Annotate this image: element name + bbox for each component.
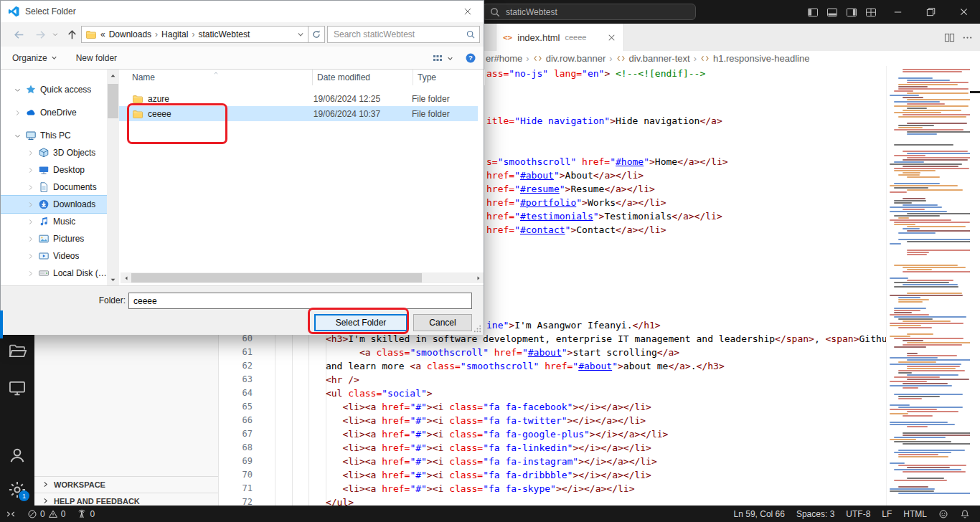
close-tab-icon[interactable]: [606, 32, 617, 43]
line-number: 62: [219, 359, 253, 373]
tree-scrollbar[interactable]: [107, 70, 119, 285]
scroll-left-icon[interactable]: [121, 272, 131, 283]
minimap-line: [898, 125, 934, 126]
address-crumb[interactable]: Downloads: [109, 29, 151, 39]
minimap-line: [903, 110, 961, 111]
remote-icon: [6, 509, 16, 519]
remote-explorer-icon[interactable]: [8, 379, 27, 397]
triangle-down-icon: [110, 277, 116, 283]
address-bar[interactable]: «Downloads›Hagital›staticWebtest: [81, 26, 308, 43]
resize-grip-icon[interactable]: [473, 324, 482, 333]
view-grid-icon: [432, 52, 443, 64]
select-folder-button[interactable]: Select Folder: [314, 314, 407, 331]
help-icon[interactable]: ?: [465, 52, 476, 64]
organize-button[interactable]: Organize: [12, 53, 57, 63]
breadcrumb-item[interactable]: er#home: [486, 53, 522, 64]
code-line-fragment: href="#contact">Contact</a></li>: [486, 223, 666, 237]
status-language-mode[interactable]: HTML: [903, 509, 927, 519]
nav-item-downloads[interactable]: Downloads: [1, 196, 107, 213]
nav-item-label: Downloads: [53, 199, 95, 209]
scrollbar-thumb[interactable]: [131, 273, 422, 283]
dialog-titlebar: Select Folder: [1, 1, 484, 22]
nav-item-this-pc[interactable]: This PC: [1, 127, 107, 144]
breadcrumb-item[interactable]: h1.responsive-headline: [713, 53, 809, 64]
minimap-line: [907, 333, 933, 335]
ports-indicator[interactable]: 0: [71, 506, 100, 522]
minimize-button[interactable]: [881, 0, 914, 24]
recent-locations-button[interactable]: [50, 25, 61, 44]
address-crumb[interactable]: staticWebtest: [198, 29, 250, 39]
nav-item-3d-objects[interactable]: 3D Objects: [1, 144, 107, 161]
nav-item-desktop[interactable]: Desktop: [1, 161, 107, 179]
split-editor-icon[interactable]: [944, 32, 955, 43]
change-view-button[interactable]: [432, 52, 453, 64]
status-indentation[interactable]: Spaces: 3: [796, 509, 834, 519]
tab-index-html[interactable]: <> index.html ceeee: [496, 24, 624, 51]
minimap-line: [903, 432, 970, 434]
address-crumb[interactable]: Hagital: [161, 29, 188, 39]
status-bar: 0 0 0 Ln 59, Col 66Spaces: 3UTF-8LFHTML: [0, 506, 980, 522]
horizontal-scrollbar[interactable]: [121, 272, 484, 283]
problems-indicator[interactable]: 0 0: [22, 506, 71, 522]
new-folder-button[interactable]: New folder: [76, 53, 117, 63]
command-center-search[interactable]: staticWebtest: [482, 4, 696, 20]
breadcrumb-item[interactable]: div.row.banner: [546, 53, 606, 64]
file-type: File folder: [407, 109, 478, 119]
toggle-secondary-sidebar-icon[interactable]: [846, 6, 857, 18]
column-header-type[interactable]: Type: [413, 70, 485, 85]
nav-item-pictures[interactable]: Pictures: [1, 230, 107, 247]
collapsed-crumbs-chevrons[interactable]: «: [100, 29, 105, 39]
explorer-folder-icon[interactable]: [8, 341, 27, 360]
toggle-sidebar-icon[interactable]: [807, 6, 819, 18]
minimap-line: [907, 213, 970, 214]
refresh-button[interactable]: [308, 26, 325, 43]
folder-name-input[interactable]: [128, 293, 472, 309]
back-button[interactable]: [9, 25, 28, 44]
bell-icon[interactable]: [960, 509, 970, 519]
dialog-close-button[interactable]: [451, 1, 484, 22]
triangle-right-icon: [476, 275, 481, 281]
nav-item-videos[interactable]: Videos: [1, 247, 107, 265]
chevron-down-icon[interactable]: [297, 31, 304, 38]
column-header-date-modified[interactable]: Date modified: [313, 70, 413, 85]
nav-item-documents[interactable]: Documents: [1, 179, 107, 196]
minimap-line: [894, 170, 936, 171]
forward-button[interactable]: [31, 25, 50, 44]
file-row-ceeee[interactable]: ceeee19/06/2024 10:37File folder: [119, 106, 478, 121]
more-actions-icon[interactable]: [962, 32, 973, 43]
close-window-button[interactable]: [947, 0, 980, 24]
status-encoding[interactable]: UTF-8: [846, 509, 870, 519]
minimap[interactable]: [886, 66, 970, 506]
scroll-up-icon[interactable]: [107, 70, 119, 81]
nav-item-music[interactable]: Music: [1, 213, 107, 230]
sidebar-section-workspace[interactable]: WORKSPACE: [34, 476, 219, 492]
dialog-search-input[interactable]: [334, 29, 466, 39]
status-eol[interactable]: LF: [882, 509, 892, 519]
scrollbar-thumb[interactable]: [108, 84, 118, 118]
minimap-line: [903, 228, 920, 229]
up-button[interactable]: [62, 25, 81, 44]
nav-item-local-disk-c[interactable]: Local Disk (C:): [1, 265, 107, 282]
dialog-search-box[interactable]: [327, 26, 480, 43]
cancel-button[interactable]: Cancel: [413, 314, 472, 331]
toggle-panel-icon[interactable]: [826, 6, 838, 18]
feedback-icon[interactable]: [938, 509, 948, 519]
line-number: 63: [219, 373, 253, 386]
status-right-items: Ln 59, Col 66Spaces: 3UTF-8LFHTML: [734, 509, 980, 519]
account-icon[interactable]: [8, 446, 27, 465]
breadcrumb-item[interactable]: div.banner-text: [629, 53, 690, 64]
minimap-line: [898, 450, 965, 451]
file-row-azure[interactable]: azure19/06/2024 12:25File folder: [119, 91, 478, 106]
scroll-right-icon[interactable]: [473, 272, 484, 283]
scroll-down-icon[interactable]: [107, 274, 119, 285]
nav-item-quick-access[interactable]: Quick access: [1, 81, 107, 98]
code-text: <ul class="social">: [258, 386, 433, 400]
status-cursor-position[interactable]: Ln 59, Col 66: [734, 509, 785, 519]
customize-layout-icon[interactable]: [865, 6, 877, 18]
restore-button[interactable]: [914, 0, 947, 24]
nav-item-onedrive[interactable]: OneDrive: [1, 104, 107, 121]
remote-indicator[interactable]: [0, 506, 22, 522]
minimap-line: [898, 297, 920, 298]
line-number: 71: [219, 482, 253, 495]
sidebar-section-help[interactable]: HELP AND FEEDBACK: [34, 493, 219, 506]
